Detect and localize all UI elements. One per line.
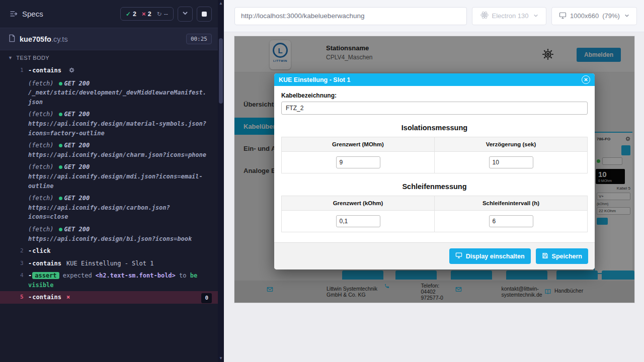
column-header: Schleifenintervall (h)	[435, 196, 587, 210]
match-count-badge: 0	[201, 293, 212, 303]
specs-label: Specs	[22, 10, 43, 18]
status-dot-icon	[59, 165, 62, 169]
runner-header: http://localhost:3000/kabelueberwachung …	[224, 0, 644, 32]
cable-name-input[interactable]	[281, 102, 588, 115]
fetch-row[interactable]: (fetch)GET 200https://api.iconify.design…	[0, 161, 218, 192]
stop-icon	[202, 12, 207, 17]
specs-menu[interactable]: Specs	[9, 10, 43, 18]
viewport-size: 1000x660	[570, 12, 599, 20]
browser-name: Electron 130	[492, 12, 529, 20]
column-header: Verzögerung (sek)	[435, 137, 587, 151]
collapse-button[interactable]	[178, 7, 193, 22]
save-button[interactable]: Speichern	[536, 248, 588, 264]
scroll-up-icon[interactable]: ▲	[219, 1, 223, 6]
fetch-row[interactable]: (fetch)GET 200https://api.iconify.design…	[0, 192, 218, 223]
kue-settings-modal: KUE Einstellung - Slot 1 ✕ Kabelbezeichn…	[274, 73, 595, 269]
isolation-limit-input[interactable]	[336, 156, 380, 168]
fetch-row[interactable]: (fetch)GET 200https://api.iconify.design…	[0, 223, 218, 245]
modal-header: KUE Einstellung - Slot 1 ✕	[274, 73, 595, 86]
spec-name: kue705fo.cy.ts	[20, 35, 182, 43]
url-text: http://localhost:3000/kabelueberwachung	[241, 12, 364, 20]
loop-table: Grenzwert (kOhm) Schleifenintervall (h)	[281, 196, 588, 232]
status-dot-icon	[59, 144, 62, 147]
stat-pending: ↻--	[157, 11, 168, 18]
monitor-icon	[559, 12, 567, 21]
stop-button[interactable]	[197, 7, 212, 22]
close-icon[interactable]: ✕	[582, 75, 590, 84]
status-dot-icon	[59, 228, 62, 231]
reporter-header: Specs ✓2 ×2 ↻--	[0, 0, 218, 28]
electron-icon	[480, 11, 489, 21]
save-floppy-icon	[542, 252, 548, 260]
command-log: 1 contains (fetch)GET 200/_next/static/d…	[0, 64, 218, 362]
isolation-delay-input[interactable]	[489, 156, 533, 168]
test-stats: ✓2 ×2 ↻--	[120, 7, 174, 21]
status-dot-icon	[59, 82, 62, 85]
column-header: Grenzwert (kOhm)	[282, 196, 435, 210]
browser-selector[interactable]: Electron 130	[472, 7, 546, 25]
aut-container: L LITTWIN Stationsname CPLV4_Maschen Abm…	[224, 32, 644, 362]
status-dot-icon	[59, 113, 62, 116]
scrollbar-thumb[interactable]	[219, 38, 223, 104]
display-on-button[interactable]: Display einschalten	[449, 248, 531, 264]
cable-name-label: Kabelbezeichnung:	[281, 92, 588, 99]
loop-section-title: Schleifenmessung	[281, 183, 588, 191]
stat-failed: ×2	[142, 10, 151, 18]
reporter-sidebar: Specs ✓2 ×2 ↻-- kue705fo.cy.ts 00:25 ▼ T…	[0, 0, 218, 362]
test-body-toggle[interactable]: ▼ TEST BODY	[0, 50, 218, 64]
spec-header[interactable]: kue705fo.cy.ts 00:25	[0, 28, 218, 50]
isolation-section-title: Isolationsmessung	[281, 124, 588, 132]
refresh-icon: ↻	[157, 11, 162, 18]
x-icon: ×	[142, 10, 146, 18]
specs-list-icon	[9, 10, 18, 18]
fetch-row[interactable]: (fetch)GET 200/_next/static/development/…	[0, 77, 218, 109]
gear-icon	[69, 66, 74, 76]
command-row[interactable]: 3 containsKUE Einstellung - Slot 1	[0, 257, 218, 270]
modal-footer: Display einschalten Speichern	[274, 242, 595, 269]
fetch-row[interactable]: (fetch)GET 200https://api.iconify.design…	[0, 139, 218, 161]
chevron-down-icon	[624, 12, 629, 20]
command-row[interactable]: 2 click	[0, 245, 218, 257]
url-bar[interactable]: http://localhost:3000/kabelueberwachung	[234, 7, 467, 25]
spec-duration-badge: 00:25	[186, 34, 212, 44]
monitor-icon	[455, 252, 462, 260]
loop-limit-input[interactable]	[336, 215, 380, 227]
stat-passed: ✓2	[126, 11, 136, 18]
chevron-down-icon	[533, 12, 538, 20]
chevron-down-icon	[182, 10, 188, 18]
column-header: Grenzwert (MOhm)	[282, 137, 435, 151]
assert-row[interactable]: 4 assert expected <h2.text-sm.font-bold>…	[0, 269, 218, 291]
fetch-row[interactable]: (fetch)GET 200https://api.iconify.design…	[0, 108, 218, 139]
command-row[interactable]: 1 contains	[0, 64, 218, 77]
failed-command-row[interactable]: 5 contains× 0	[0, 291, 218, 304]
modal-title: KUE Einstellung - Slot 1	[279, 76, 350, 83]
status-dot-icon	[59, 197, 62, 200]
check-icon: ✓	[126, 11, 131, 18]
isolation-table: Grenzwert (MOhm) Verzögerung (sek)	[281, 137, 588, 173]
scroll-down-icon[interactable]: ▼	[219, 356, 223, 361]
loop-interval-input[interactable]	[489, 215, 533, 227]
app-under-test: L LITTWIN Stationsname CPLV4_Maschen Abm…	[234, 36, 634, 303]
caret-down-icon: ▼	[8, 55, 13, 60]
viewport-zoom: (79%)	[602, 12, 620, 20]
viewport-selector[interactable]: 1000x660 (79%)	[551, 7, 637, 25]
spec-file-icon	[8, 34, 16, 44]
